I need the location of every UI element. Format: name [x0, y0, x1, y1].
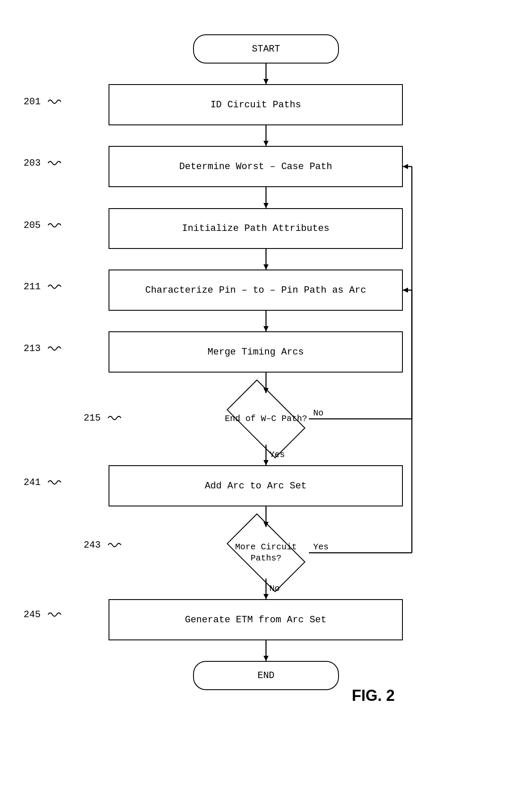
svg-marker-31: [263, 656, 269, 661]
init-path-label: Initialize Path Attributes: [182, 223, 329, 234]
svg-text:No: No: [313, 408, 323, 418]
svg-text:Yes: Yes: [313, 542, 329, 552]
more-circuit-label: More Circuit Paths?: [235, 542, 297, 563]
ref-211: 211: [24, 282, 64, 292]
worst-case-node: Determine Worst – Case Path: [109, 146, 403, 187]
end-label: END: [257, 670, 275, 681]
ref-243: 243: [84, 540, 124, 551]
add-arc-label: Add Arc to Arc Set: [205, 481, 307, 491]
ref-213: 213: [24, 343, 64, 354]
generate-etm-label: Generate ETM from Arc Set: [185, 615, 326, 625]
ref-241: 241: [24, 477, 64, 488]
ref-215: 215: [84, 413, 124, 424]
ref-205: 205: [24, 220, 64, 231]
flowchart-diagram: Yes No No Yes START: [0, 0, 532, 806]
merge-timing-label: Merge Timing Arcs: [208, 347, 304, 358]
id-circuit-label: ID Circuit Paths: [210, 100, 301, 110]
end-wc-label: End of W–C Path?: [225, 414, 307, 424]
more-circuit-diamond: More Circuit Paths?: [223, 527, 309, 579]
start-node: START: [193, 34, 339, 64]
id-circuit-node: ID Circuit Paths: [109, 84, 403, 125]
ref-203: 203: [24, 158, 64, 169]
svg-marker-3: [263, 141, 269, 146]
figure-label: FIG. 2: [352, 687, 395, 705]
end-wc-diamond: End of W–C Path?: [223, 393, 309, 445]
start-label: START: [252, 44, 280, 55]
svg-marker-23: [263, 594, 269, 599]
svg-marker-13: [263, 460, 269, 465]
svg-marker-18: [403, 288, 408, 293]
svg-marker-9: [263, 326, 269, 331]
svg-marker-7: [263, 264, 269, 270]
svg-marker-28: [403, 164, 408, 169]
end-node: END: [193, 661, 339, 690]
ref-201: 201: [24, 97, 64, 107]
generate-etm-node: Generate ETM from Arc Set: [109, 599, 403, 640]
add-arc-node: Add Arc to Arc Set: [109, 465, 403, 506]
svg-marker-1: [263, 79, 269, 84]
char-pin-label: Characterize Pin – to – Pin Path as Arc: [145, 285, 366, 296]
init-path-node: Initialize Path Attributes: [109, 208, 403, 249]
char-pin-node: Characterize Pin – to – Pin Path as Arc: [109, 270, 403, 311]
worst-case-label: Determine Worst – Case Path: [179, 161, 332, 172]
svg-marker-5: [263, 203, 269, 208]
merge-timing-node: Merge Timing Arcs: [109, 331, 403, 373]
ref-245: 245: [24, 609, 64, 620]
